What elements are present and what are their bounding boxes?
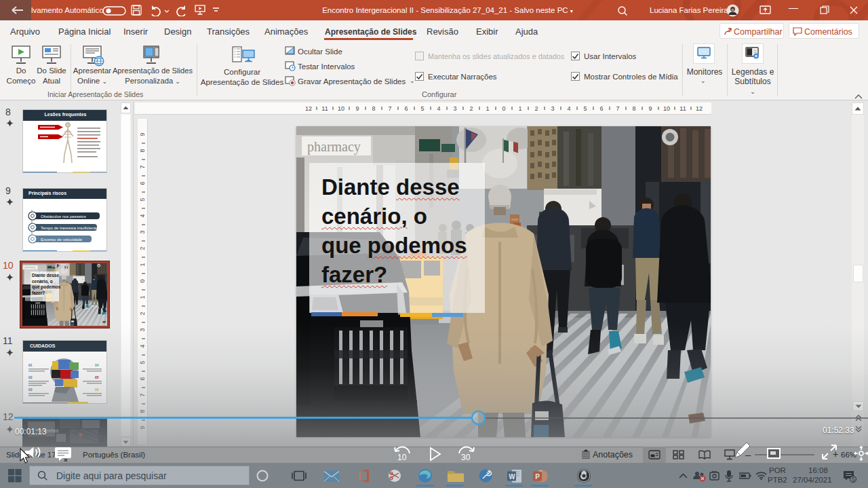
svg-text:Excesso de velocidade: Excesso de velocidade bbox=[41, 238, 83, 242]
svg-text:30: 30 bbox=[461, 453, 471, 462]
svg-text:10: 10 bbox=[397, 453, 407, 462]
svg-text:Obstáculos nos passeios: Obstáculos nos passeios bbox=[41, 214, 86, 219]
svg-text:pharmacy: pharmacy bbox=[307, 139, 361, 155]
svg-text:pharmacy: pharmacy bbox=[24, 265, 35, 269]
svg-text:Tempo de travessia insuficient: Tempo de travessia insuficiente bbox=[41, 226, 98, 230]
